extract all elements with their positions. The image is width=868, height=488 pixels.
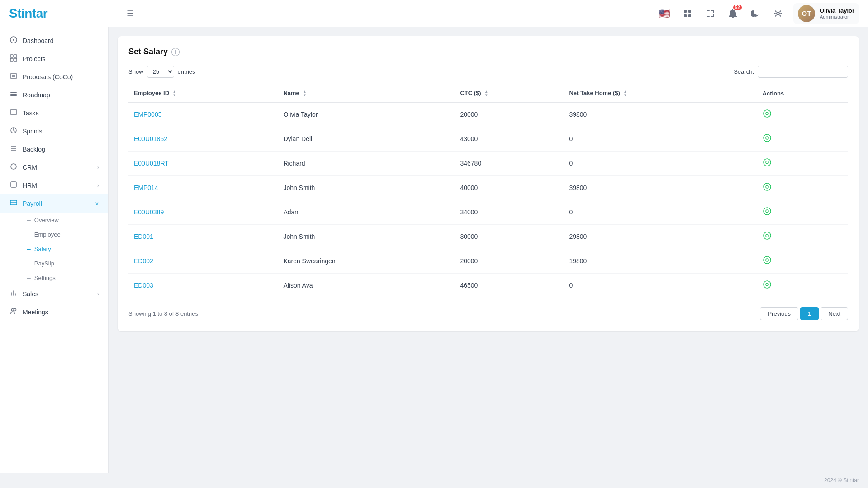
expand-icon[interactable] bbox=[703, 6, 717, 21]
sidebar-item-payslip[interactable]: – PaySlip bbox=[23, 256, 108, 270]
cell-ctc: 20000 bbox=[455, 249, 564, 273]
col-emp-id: Employee ID ▲▼ bbox=[128, 85, 278, 102]
emp-id-link[interactable]: EMP0005 bbox=[134, 111, 161, 118]
hrm-chevron: › bbox=[97, 182, 99, 189]
dark-mode-icon[interactable] bbox=[748, 6, 763, 21]
flag-icon[interactable]: 🇺🇸 bbox=[658, 6, 672, 21]
cell-net-take-home: 39800 bbox=[564, 175, 757, 200]
notification-icon[interactable]: 52 bbox=[726, 6, 740, 21]
svg-rect-17 bbox=[11, 109, 16, 115]
view-action-icon[interactable] bbox=[763, 233, 772, 242]
sidebar-item-tasks[interactable]: Tasks bbox=[0, 104, 108, 122]
view-action-icon[interactable] bbox=[763, 282, 772, 291]
sort-icon-name[interactable]: ▲▼ bbox=[303, 90, 306, 97]
cell-ctc: 34000 bbox=[455, 200, 564, 224]
sidebar-item-dashboard[interactable]: Dashboard bbox=[0, 32, 108, 50]
sidebar-item-proposals[interactable]: Proposals (CoCo) bbox=[0, 68, 108, 86]
sidebar-item-sprints[interactable]: Sprints bbox=[0, 122, 108, 140]
cell-emp-id: E00U018RT bbox=[128, 151, 278, 175]
table-row: EMP0005 Olivia Taylor 20000 39800 bbox=[128, 102, 848, 127]
sidebar-item-roadmap[interactable]: Roadmap bbox=[0, 86, 108, 104]
sidebar-item-payroll[interactable]: Payroll ∨ bbox=[0, 194, 108, 213]
next-button[interactable]: Next bbox=[821, 307, 848, 320]
cell-actions bbox=[757, 175, 848, 200]
cell-net-take-home: 29800 bbox=[564, 224, 757, 249]
view-action-icon[interactable] bbox=[763, 184, 772, 193]
cell-emp-id: EMP0005 bbox=[128, 102, 278, 127]
view-action-icon[interactable] bbox=[763, 111, 772, 120]
page-title: Set Salary bbox=[128, 47, 168, 57]
menu-icon[interactable]: ☰ bbox=[127, 9, 134, 19]
svg-point-36 bbox=[764, 208, 771, 215]
cell-ctc: 20000 bbox=[455, 102, 564, 127]
table-row: ED002 Karen Swearingen 20000 19800 bbox=[128, 249, 848, 273]
cell-name: Olivia Taylor bbox=[278, 102, 455, 127]
cell-name: Karen Swearingen bbox=[278, 249, 455, 273]
sidebar-item-settings[interactable]: – Settings bbox=[23, 270, 108, 285]
emp-id-link[interactable]: EMP014 bbox=[134, 184, 158, 191]
cell-actions bbox=[757, 200, 848, 224]
page-1-button[interactable]: 1 bbox=[800, 307, 819, 320]
layout: Dashboard Projects Proposals (CoCo) Road… bbox=[0, 27, 868, 473]
info-icon[interactable]: i bbox=[171, 48, 180, 56]
sidebar-item-employee[interactable]: – Employee bbox=[23, 227, 108, 242]
sidebar-item-hrm[interactable]: HRM › bbox=[0, 176, 108, 194]
previous-button[interactable]: Previous bbox=[760, 307, 798, 320]
col-name: Name ▲▼ bbox=[278, 85, 455, 102]
sidebar-label-dashboard: Dashboard bbox=[23, 37, 54, 44]
sidebar-label-settings: Settings bbox=[34, 275, 56, 281]
svg-point-38 bbox=[764, 232, 771, 239]
cell-net-take-home: 0 bbox=[564, 273, 757, 298]
svg-rect-11 bbox=[11, 73, 16, 79]
footer: 2024 © Stintar bbox=[0, 473, 868, 488]
view-action-icon[interactable] bbox=[763, 160, 772, 169]
svg-rect-10 bbox=[14, 58, 17, 61]
sidebar-item-salary[interactable]: – Salary bbox=[23, 242, 108, 256]
sort-icon-ctc[interactable]: ▲▼ bbox=[484, 90, 488, 97]
sidebar-item-sales[interactable]: Sales › bbox=[0, 285, 108, 303]
emp-id-link[interactable]: ED001 bbox=[134, 233, 153, 240]
svg-rect-0 bbox=[684, 10, 687, 13]
svg-point-30 bbox=[764, 134, 771, 142]
sort-icon-emp-id[interactable]: ▲▼ bbox=[173, 90, 176, 97]
svg-rect-8 bbox=[14, 55, 17, 57]
crm-icon bbox=[9, 163, 18, 172]
svg-rect-3 bbox=[688, 14, 691, 17]
cell-name: Richard bbox=[278, 151, 455, 175]
sidebar-item-backlog[interactable]: Backlog bbox=[0, 140, 108, 158]
user-profile[interactable]: OT Olivia Taylor Administrator bbox=[793, 3, 859, 24]
emp-id-link[interactable]: E00U018RT bbox=[134, 160, 169, 167]
page-title-row: Set Salary i bbox=[128, 47, 848, 57]
svg-point-41 bbox=[766, 259, 768, 261]
emp-id-link[interactable]: E00U01852 bbox=[134, 135, 167, 142]
svg-point-43 bbox=[766, 283, 768, 286]
header-right: 🇺🇸 52 bbox=[658, 3, 859, 24]
view-action-icon[interactable] bbox=[763, 257, 772, 266]
sidebar-item-meetings[interactable]: Meetings bbox=[0, 303, 108, 321]
view-action-icon[interactable] bbox=[763, 208, 772, 218]
entries-label: entries bbox=[178, 68, 195, 75]
view-action-icon[interactable] bbox=[763, 135, 772, 144]
emp-id-link[interactable]: ED002 bbox=[134, 257, 153, 265]
sales-chevron: › bbox=[97, 291, 99, 297]
emp-id-link[interactable]: ED003 bbox=[134, 282, 153, 289]
sidebar-item-crm[interactable]: CRM › bbox=[0, 158, 108, 176]
sidebar-item-overview[interactable]: – Overview bbox=[23, 213, 108, 227]
search-input[interactable] bbox=[758, 66, 848, 78]
sort-icon-net[interactable]: ▲▼ bbox=[624, 90, 627, 97]
sales-icon bbox=[9, 289, 18, 298]
settings-icon[interactable] bbox=[771, 6, 785, 21]
svg-rect-14 bbox=[10, 92, 17, 93]
grid-icon[interactable] bbox=[680, 6, 695, 21]
emp-id-link[interactable]: E00U0389 bbox=[134, 208, 164, 216]
sidebar-label-tasks: Tasks bbox=[23, 109, 39, 117]
sidebar-item-projects[interactable]: Projects bbox=[0, 50, 108, 68]
cell-ctc: 46500 bbox=[455, 273, 564, 298]
cell-name: Dylan Dell bbox=[278, 127, 455, 151]
sidebar-label-meetings: Meetings bbox=[23, 308, 48, 316]
proposals-icon bbox=[9, 72, 18, 81]
user-role: Administrator bbox=[820, 14, 854, 19]
crm-chevron: › bbox=[97, 164, 99, 171]
cell-actions bbox=[757, 273, 848, 298]
entries-select[interactable]: 25 10 50 100 bbox=[147, 66, 174, 78]
